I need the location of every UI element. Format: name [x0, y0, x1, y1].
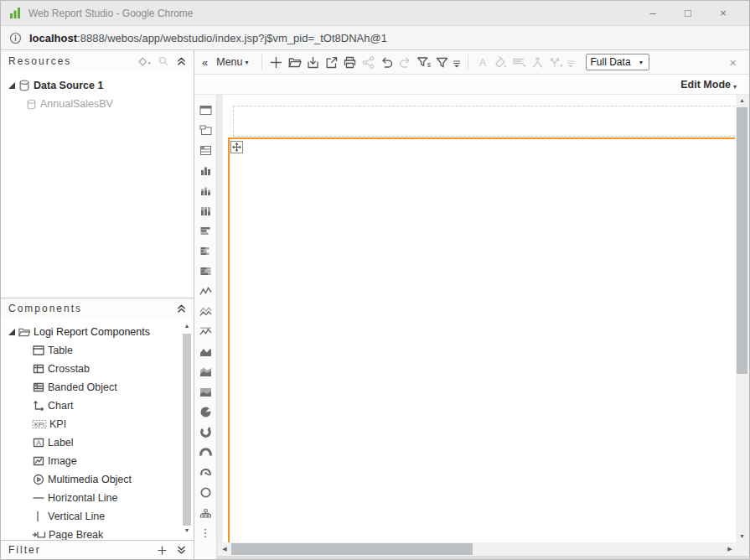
canvas-horizontal-scrollbar[interactable]: ◀ ▶ — [219, 542, 736, 556]
component-item-table[interactable]: Table — [1, 341, 194, 360]
move-handle[interactable] — [230, 141, 243, 153]
collapse-resources-icon[interactable] — [176, 55, 187, 67]
close-report-icon[interactable]: × — [729, 55, 742, 70]
expand-collapse-icon[interactable] — [8, 81, 18, 90]
address-bar[interactable]: localhost:8888/webos/app/webstudio/index… — [1, 26, 749, 50]
save-icon[interactable] — [304, 52, 323, 72]
scrollbar-thumb[interactable] — [231, 543, 473, 555]
url-text[interactable]: localhost:8888/webos/app/webstudio/index… — [29, 32, 387, 44]
more-components-icon[interactable]: ⋮ — [194, 522, 217, 542]
insert-banded-object-icon[interactable] — [194, 140, 217, 160]
svg-text:A: A — [36, 438, 41, 447]
multi-line-chart-icon[interactable] — [194, 301, 217, 321]
add-filter-icon[interactable] — [157, 545, 168, 556]
scroll-left-icon[interactable]: ◀ — [219, 542, 230, 556]
column-chart-icon[interactable] — [194, 160, 217, 180]
scroll-up-icon[interactable]: ▲ — [181, 323, 193, 333]
component-item-label: Crosstab — [48, 363, 90, 375]
open-icon[interactable] — [286, 52, 304, 72]
tree-node-business-view[interactable]: AnnualSalesBV — [1, 95, 194, 113]
component-item-multimedia[interactable]: Multimedia Object — [1, 470, 194, 489]
multimedia-icon — [32, 473, 45, 486]
collapse-components-icon[interactable] — [176, 303, 187, 314]
resources-panel-title: Resources — [8, 55, 71, 67]
window-title: Web Report Studio - Google Chrome — [28, 8, 194, 19]
area-chart-icon[interactable] — [194, 341, 217, 361]
edit-mode-button[interactable]: Edit Mode — [680, 79, 731, 91]
bar-chart-icon[interactable] — [194, 220, 217, 241]
component-item-label: Horizontal Line — [48, 492, 117, 504]
percent-column-chart-icon[interactable] — [194, 200, 217, 220]
scroll-right-icon[interactable]: ▶ — [724, 542, 736, 556]
share-icon — [359, 52, 378, 72]
scroll-down-icon[interactable]: ▼ — [181, 527, 193, 537]
horizontal-line-icon — [32, 491, 45, 505]
organization-widget-icon[interactable] — [194, 502, 217, 522]
component-item-label: Table — [48, 345, 73, 356]
component-item-banded-object[interactable]: Banded Object — [1, 378, 194, 397]
component-item-horizontal-line[interactable]: Horizontal Line — [1, 489, 194, 507]
datasource-label: Data Source 1 — [34, 80, 103, 91]
new-icon[interactable] — [267, 52, 286, 72]
filter-icon[interactable] — [433, 52, 452, 72]
expand-collapse-icon[interactable] — [8, 328, 18, 336]
component-item-chart[interactable]: Chart — [1, 397, 194, 415]
filter-values-icon[interactable]: $ — [415, 52, 433, 72]
component-item-kpi[interactable]: KPI KPI — [1, 415, 194, 433]
menu-button[interactable]: Menu ▾ — [216, 56, 248, 68]
canvas-vertical-scrollbar[interactable]: ▲ ▼ — [736, 95, 748, 542]
ring-chart-icon[interactable] — [194, 482, 217, 502]
filter-panel-title: Filter — [8, 544, 41, 556]
toolbar-more-2-icon[interactable] — [566, 52, 577, 72]
component-item-label: Multimedia Object — [48, 474, 132, 485]
collapse-sidebar-icon[interactable]: « — [198, 56, 214, 69]
stacked-bar-chart-icon[interactable] — [194, 241, 217, 261]
component-item-crosstab[interactable]: Crosstab — [1, 360, 194, 378]
print-icon[interactable] — [341, 52, 359, 72]
percent-bar-chart-icon[interactable] — [194, 261, 217, 281]
toolbar-more-icon[interactable] — [452, 52, 463, 72]
gauge-chart-icon[interactable] — [194, 442, 217, 462]
close-window-button[interactable]: × — [706, 2, 741, 25]
align-icon — [510, 52, 529, 72]
expand-filter-icon[interactable] — [176, 544, 187, 556]
scroll-down-icon[interactable]: ▼ — [736, 531, 748, 542]
component-item-image[interactable]: Image — [1, 452, 194, 470]
scrollbar-thumb[interactable] — [737, 107, 747, 374]
component-item-vertical-line[interactable]: Vertical Line — [1, 507, 194, 526]
components-panel-header: Components — [1, 298, 194, 319]
vertical-line-icon — [32, 510, 45, 523]
percent-area-chart-icon[interactable] — [194, 381, 217, 402]
scroll-up-icon[interactable]: ▲ — [736, 95, 748, 106]
search-icon[interactable] — [158, 55, 169, 67]
donut-chart-icon[interactable] — [194, 422, 217, 442]
scrollbar-thumb[interactable] — [183, 334, 191, 526]
display-options-icon[interactable] — [138, 56, 151, 67]
pie-chart-icon[interactable] — [194, 402, 217, 422]
components-scrollbar[interactable]: ▲ ▼ — [181, 323, 193, 537]
insert-table-icon[interactable] — [194, 100, 217, 120]
component-toolbar: ⋮ — [194, 95, 217, 559]
tree-node-components-root[interactable]: Logi Report Components — [1, 323, 194, 341]
export-icon[interactable] — [323, 52, 341, 72]
insert-crosstab-icon[interactable] — [194, 120, 217, 140]
meter-chart-icon[interactable] — [194, 462, 217, 482]
minimize-button[interactable]: – — [635, 2, 670, 25]
report-canvas[interactable]: ▲ ▼ ◀ ▶ — [217, 95, 749, 559]
data-mode-select[interactable]: Full Data ▼ — [586, 54, 649, 70]
canvas-bottom-edge — [217, 556, 749, 559]
stacked-column-chart-icon[interactable] — [194, 180, 217, 200]
menu-label: Menu — [216, 56, 242, 68]
undo-icon[interactable] — [378, 52, 396, 72]
maximize-button[interactable]: □ — [670, 2, 706, 25]
main-area: « Menu ▾ — [194, 50, 749, 559]
page-info-icon[interactable] — [9, 32, 22, 44]
stacked-area-chart-icon[interactable] — [194, 361, 217, 381]
component-item-label[interactable]: A Label — [1, 433, 194, 452]
report-page[interactable] — [223, 95, 736, 542]
line-chart-icon[interactable] — [194, 281, 217, 301]
components-panel: Components — [1, 298, 194, 540]
tree-node-datasource[interactable]: Data Source 1 — [1, 76, 194, 95]
line-marker-chart-icon[interactable] — [194, 321, 217, 341]
component-item-page-break[interactable]: Page Break — [1, 526, 194, 540]
